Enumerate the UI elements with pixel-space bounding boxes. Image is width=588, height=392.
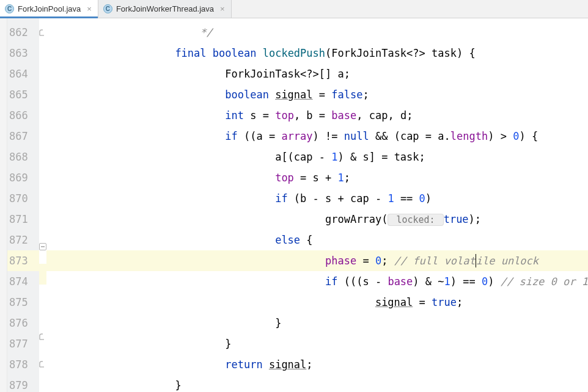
code-token: int [225, 109, 250, 122]
fold-end-icon[interactable] [39, 360, 46, 368]
code-token: 0 [482, 275, 488, 288]
code-token: = [413, 296, 432, 308]
code-line[interactable]: } [46, 313, 588, 333]
code-token: phase [325, 255, 356, 267]
fold-cell [39, 305, 46, 326]
line-number[interactable]: 871 [7, 209, 39, 230]
code-token: 1 [338, 172, 344, 184]
code-token: final [175, 47, 212, 59]
code-area[interactable]: */ final boolean lockedPush(ForkJoinTask… [46, 18, 588, 392]
code-line[interactable]: else { [46, 230, 588, 250]
line-number[interactable]: 873 [7, 250, 39, 271]
line-number[interactable]: 869 [7, 167, 39, 188]
fold-end-icon[interactable] [39, 333, 46, 340]
code-line[interactable]: ForkJoinTask<?>[] a; [46, 64, 588, 84]
code-token: = [313, 89, 332, 101]
code-token: = s + [294, 172, 338, 184]
close-icon[interactable]: × [220, 4, 225, 13]
line-number[interactable]: 876 [7, 313, 39, 333]
code-line[interactable]: */ [46, 22, 588, 43]
code-token: if [225, 130, 244, 142]
code-line[interactable]: if ((a = array) != null && (cap = a.leng… [46, 126, 588, 147]
code-line[interactable]: return signal; [46, 354, 588, 375]
code-line[interactable]: } [46, 375, 588, 392]
code-line[interactable]: boolean signal = false; [46, 84, 588, 105]
code-token: boolean [225, 89, 275, 101]
fold-cell [39, 49, 46, 70]
code-token: 0 [375, 255, 381, 267]
fold-cell [39, 333, 46, 354]
code-token: true [432, 296, 457, 308]
code-token: ; [306, 358, 312, 371]
code-token: if [325, 275, 344, 288]
fold-cell [39, 132, 46, 153]
code-token: length [450, 130, 488, 142]
code-line[interactable]: growArray( locked: true); [46, 209, 588, 230]
line-number[interactable]: 863 [7, 43, 39, 64]
code-token: = [356, 255, 375, 267]
code-token: array [281, 130, 312, 142]
editor-area: 8628638648658668678688698708718728738748… [0, 18, 588, 392]
line-number[interactable]: 874 [7, 271, 39, 292]
fold-cell [39, 112, 46, 132]
editor-tab[interactable]: CForkJoinWorkerThread.java× [98, 0, 232, 18]
code-line[interactable]: if (b - s + cap - 1 == 0) [46, 188, 588, 209]
line-number[interactable]: 875 [7, 292, 39, 313]
code-token: ; [457, 296, 463, 308]
tab-label: ForkJoinPool.java [18, 4, 81, 13]
fold-end-icon[interactable] [39, 29, 46, 36]
java-class-icon: C [5, 4, 14, 13]
line-number[interactable]: 872 [7, 230, 39, 250]
code-token: */ [200, 26, 212, 38]
code-token: ((a = [244, 130, 281, 142]
code-token: ) & ~ [413, 275, 444, 288]
code-token: signal [269, 358, 306, 371]
code-token: ) > [488, 130, 513, 142]
code-token: if [275, 192, 294, 205]
code-token: 1 [444, 275, 450, 288]
code-token: ; [362, 89, 369, 101]
fold-cell [39, 91, 46, 112]
code-token: ile unlock [476, 255, 538, 267]
line-number[interactable]: 878 [7, 354, 39, 375]
code-line[interactable]: final boolean lockedPush(ForkJoinTask<?>… [46, 43, 588, 64]
code-token: (((s - [344, 275, 388, 288]
line-number[interactable]: 864 [7, 64, 39, 84]
fold-cell [39, 195, 46, 216]
code-token: ) [425, 192, 432, 205]
line-number[interactable]: 867 [7, 126, 39, 147]
code-token: ; [344, 172, 350, 184]
fold-collapse-icon[interactable] [39, 243, 46, 250]
code-token: ) & s] = task; [338, 151, 425, 163]
code-token: growArray( [325, 213, 388, 225]
code-line[interactable]: signal = true; [46, 292, 588, 313]
line-number[interactable]: 865 [7, 84, 39, 105]
fold-cell [39, 29, 46, 49]
line-number[interactable]: 877 [7, 333, 39, 354]
editor-tab[interactable]: CForkJoinPool.java× [0, 0, 98, 18]
code-line[interactable]: } [46, 333, 588, 354]
close-icon[interactable]: × [87, 4, 92, 13]
fold-cell [39, 243, 46, 264]
fold-cell [39, 285, 46, 305]
code-line[interactable]: int s = top, b = base, cap, d; [46, 105, 588, 126]
editor-tabbar: CForkJoinPool.java×CForkJoinWorkerThread… [0, 0, 588, 18]
fold-column[interactable] [39, 18, 46, 392]
line-number[interactable]: 866 [7, 105, 39, 126]
line-number[interactable]: 870 [7, 188, 39, 209]
code-token: 1 [388, 192, 400, 205]
code-token: lockedPush [263, 47, 325, 59]
line-number[interactable]: 862 [7, 22, 39, 43]
code-line[interactable]: phase = 0; // full volatile unlock [46, 250, 588, 271]
code-token: (ForkJoinTask<?> task) { [325, 47, 476, 59]
code-line[interactable]: if (((s - base) & ~1) == 0) // size 0 or… [46, 271, 588, 292]
line-number[interactable]: 879 [7, 375, 39, 392]
code-token: return [225, 358, 269, 371]
code-line[interactable]: top = s + 1; [46, 167, 588, 188]
line-number[interactable]: 868 [7, 147, 39, 167]
line-number-gutter[interactable]: 8628638648658668678688698708718728738748… [7, 18, 39, 392]
code-line[interactable]: a[(cap - 1) & s] = task; [46, 147, 588, 167]
java-class-icon: C [103, 4, 112, 13]
code-token: && (cap = a. [375, 130, 450, 142]
code-token: ; [381, 255, 394, 267]
